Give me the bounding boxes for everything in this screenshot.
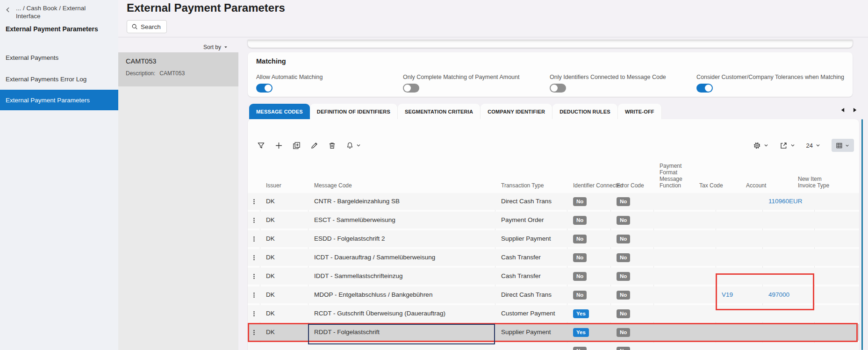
toggle-switch[interactable] — [550, 84, 566, 93]
row-actions-kebab-icon[interactable] — [248, 193, 260, 210]
table-toolbar: 24 — [248, 139, 859, 152]
list-item-camt053[interactable]: CAMT053 Description: CAMT053 — [118, 52, 238, 86]
cell-error-code: No — [610, 343, 653, 350]
search-button[interactable]: Search — [127, 20, 167, 33]
table-row[interactable]: DKIDDT - SammellastschrifteinzugCash Tra… — [248, 268, 859, 285]
cell-message-code: ESDD - Folgelastschrift 2 — [308, 230, 495, 247]
column-header-error-code: Error Code — [610, 182, 653, 189]
sidebar-section-title: External Payment Parameters — [6, 25, 98, 33]
table-row[interactable]: DKESCT - SammelüberweisungPayment OrderN… — [248, 212, 859, 229]
table-row[interactable]: DKRCDT - Gutschrift Überweisung (Dauerau… — [248, 305, 859, 322]
matching-title: Matching — [256, 57, 286, 65]
back-chevron-icon[interactable] — [0, 3, 16, 20]
row-actions-kebab-icon[interactable] — [248, 268, 260, 285]
cell-new-item-invoice-type — [814, 212, 859, 229]
table-row[interactable]: NoNo — [248, 343, 859, 350]
cell-new-item-invoice-type — [814, 249, 859, 266]
delete-icon[interactable] — [328, 142, 336, 150]
edit-icon[interactable] — [310, 142, 318, 150]
cell-payment-format-message-function — [653, 212, 716, 229]
cell-payment-format-message-function — [653, 324, 716, 341]
breadcrumb-path[interactable]: ... / Cash Book / External Interface — [16, 3, 112, 20]
cell-account — [762, 230, 814, 247]
table-row[interactable]: DKESDD - Folgelastschrift 2Supplier Paym… — [248, 230, 859, 247]
cell-error-code: No — [610, 230, 653, 247]
tab-write-off[interactable]: WRITE-OFF — [618, 104, 662, 119]
table-row[interactable]: DKCNTR - Bargeldeinzahlung SBDirect Cash… — [248, 193, 859, 210]
tab-segmentation-criteria[interactable]: SEGMENTATION CRITERIA — [398, 104, 481, 119]
chevron-down-icon — [356, 143, 361, 148]
export-menu[interactable] — [780, 142, 796, 150]
status-badge: No — [617, 347, 630, 350]
status-badge: No — [617, 197, 630, 206]
toggle-switch[interactable] — [256, 84, 273, 93]
sidebar-item-external-payment-parameters[interactable]: External Payment Parameters — [0, 90, 118, 110]
table-row[interactable]: DKMDOP - Entgeltabschluss / Bankgebühren… — [248, 286, 859, 303]
sidebar-item-external-payments-error-log[interactable]: External Payments Error Log — [0, 68, 118, 90]
kebab-icon — [251, 254, 258, 261]
status-badge: No — [573, 347, 587, 350]
toggle-switch[interactable] — [403, 84, 419, 93]
cell-new-item-invoice-type — [814, 230, 859, 247]
cell-account[interactable]: 497000 — [762, 286, 814, 303]
row-actions-kebab-icon[interactable] — [248, 305, 260, 322]
sort-by-label: Sort by — [203, 44, 221, 50]
page-size-selector[interactable]: 24 — [806, 142, 821, 149]
view-switcher-button[interactable] — [832, 139, 854, 152]
content-area: Matching Allow Automatic MatchingOnly Co… — [248, 37, 868, 350]
cell-error-code: No — [610, 212, 653, 229]
tab-deduction-rules[interactable]: DEDUCTION RULES — [552, 104, 618, 119]
sidebar-item-external-payments[interactable]: External Payments — [0, 47, 118, 68]
column-header-identifier-connected: Identifier Connected — [567, 182, 610, 189]
status-badge: No — [617, 235, 630, 243]
cell-account — [762, 212, 814, 229]
cell--kebab — [248, 343, 260, 350]
cell-account — [762, 343, 814, 350]
cell-message-code — [308, 343, 495, 350]
sort-by-dropdown[interactable]: Sort by — [203, 44, 228, 50]
tab-definition-of-identifiers[interactable]: DEFINITION OF IDENTIFIERS — [310, 104, 398, 119]
column-header-payment-format-message-function: Payment Format Message Function — [653, 163, 693, 189]
duplicate-icon[interactable] — [293, 142, 301, 150]
cell-identifier-connected: No — [567, 193, 610, 210]
alerts-menu[interactable] — [346, 142, 361, 150]
cell-message-code: IDDT - Sammellastschrifteinzug — [308, 268, 495, 285]
settings-menu[interactable] — [753, 142, 769, 150]
tabs-scroll-right-icon[interactable] — [853, 107, 857, 113]
row-actions-kebab-icon[interactable] — [248, 230, 260, 247]
cell-transaction-type: Payment Order — [495, 212, 567, 229]
table-row[interactable]: DKICDT - Dauerauftrag / Sammelüberweisun… — [248, 249, 859, 266]
cell-error-code: No — [610, 324, 653, 341]
table-row[interactable]: DKRDDT - FolgelastschriftSupplier Paymen… — [248, 324, 859, 341]
cell-error-code: No — [610, 249, 653, 266]
row-actions-kebab-icon[interactable] — [248, 249, 260, 266]
cell-transaction-type: Cash Transfer — [495, 249, 567, 266]
list-item-title: CAMT053 — [126, 57, 231, 65]
record-list-panel: Sort by CAMT053 Description: CAMT053 — [118, 37, 238, 350]
cell-payment-format-message-function — [653, 286, 716, 303]
toggle-label: Allow Automatic Matching — [256, 74, 403, 80]
toggle-label: Consider Customer/Company Tolerances whe… — [696, 74, 844, 80]
page-size-value: 24 — [806, 142, 813, 149]
cell-tax-code[interactable]: V19 — [716, 286, 762, 303]
row-actions-kebab-icon[interactable] — [248, 286, 260, 303]
toggle-switch[interactable] — [696, 84, 713, 93]
cell-account[interactable]: 110960EUR — [762, 193, 814, 210]
row-actions-kebab-icon[interactable] — [248, 212, 260, 229]
table-header-row: IssuerMessage CodeTransaction TypeIdenti… — [248, 157, 859, 193]
kebab-icon — [251, 310, 258, 317]
bell-icon — [346, 142, 354, 150]
row-actions-kebab-icon[interactable] — [248, 324, 260, 341]
column-header-tax-code: Tax Code — [693, 182, 740, 189]
tab-message-codes[interactable]: MESSAGE CODES — [249, 104, 310, 119]
column-header-message-code: Message Code — [308, 182, 495, 189]
tabs-scroll-left-icon[interactable] — [840, 107, 845, 113]
cell-identifier-connected: No — [567, 212, 610, 229]
kebab-icon — [251, 273, 258, 280]
tab-company-identifier[interactable]: COMPANY IDENTIFIER — [481, 104, 552, 119]
vertical-scrollbar[interactable] — [861, 119, 863, 350]
sidebar-nav: External PaymentsExternal Payments Error… — [0, 47, 118, 110]
kebab-icon — [251, 198, 258, 205]
filter-icon[interactable] — [257, 142, 265, 150]
add-icon[interactable] — [275, 142, 283, 150]
